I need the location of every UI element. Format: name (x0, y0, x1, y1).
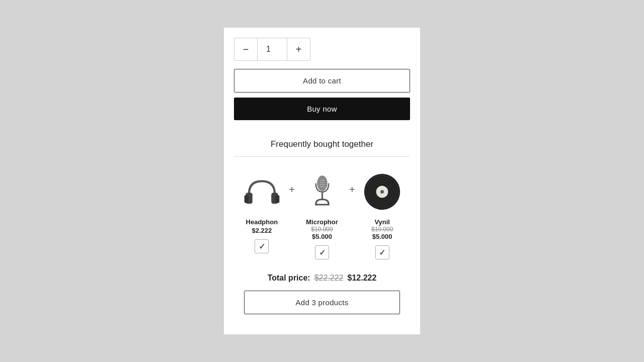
svg-rect-3 (275, 195, 280, 203)
fbt-divider (234, 156, 410, 157)
fbt-microphone-checkbox[interactable]: ✓ (315, 245, 329, 259)
fbt-products-row: Headphon $2.222 ✓ + (234, 169, 410, 259)
fbt-headphones-checkbox[interactable]: ✓ (255, 239, 269, 253)
fbt-vynil-sale-price: $5.000 (372, 233, 392, 240)
quantity-row: − + (234, 38, 410, 61)
fbt-microphone-sale-price: $5.000 (312, 233, 332, 240)
fbt-title: Frequently bought together (234, 139, 410, 149)
buy-now-button[interactable]: Buy now (234, 98, 410, 120)
quantity-decrement-button[interactable]: − (234, 38, 257, 61)
quantity-input[interactable] (257, 38, 287, 61)
fbt-product-headphones: Headphon $2.222 ✓ (236, 169, 287, 253)
fbt-microphone-name: Microphor (306, 218, 338, 226)
fbt-microphone-orig-price: $10.000 (311, 226, 333, 233)
add-products-button[interactable]: Add 3 products (244, 291, 400, 314)
svg-rect-6 (319, 182, 325, 183)
total-label: Total price: (268, 274, 310, 283)
svg-rect-9 (321, 192, 323, 199)
svg-rect-7 (319, 184, 325, 185)
add-to-cart-button[interactable]: Add to cart (234, 69, 410, 93)
svg-rect-2 (244, 195, 249, 203)
plus-separator-1: + (289, 169, 295, 196)
check-icon: ✓ (259, 242, 265, 251)
fbt-headphones-image (239, 169, 284, 214)
fbt-vynil-image (360, 169, 405, 214)
fbt-product-microphone: Microphor $10.000 $5.000 ✓ (297, 169, 347, 259)
svg-rect-5 (319, 179, 325, 180)
total-sale-price: $12.222 (348, 274, 377, 283)
fbt-vynil-name: Vynil (374, 218, 390, 226)
fbt-headphones-name: Headphon (246, 218, 278, 226)
fbt-product-vynil: Vynil $10.000 $5.000 ✓ (357, 169, 408, 259)
fbt-headphones-price: $2.222 (252, 227, 272, 234)
quantity-increment-button[interactable]: + (287, 38, 310, 61)
total-original-price: $22.222 (314, 274, 344, 283)
svg-point-17 (380, 190, 384, 194)
fbt-microphone-image (299, 169, 345, 214)
fbt-section: Frequently bought together Headphon $2.2 (224, 125, 420, 314)
top-section: − + Add to cart Buy now (224, 28, 420, 125)
total-price-row: Total price: $22.222 $12.222 (234, 274, 410, 283)
product-card: − + Add to cart Buy now Frequently bough… (224, 28, 420, 334)
check-icon: ✓ (379, 248, 385, 257)
check-icon: ✓ (319, 248, 326, 257)
svg-point-4 (317, 175, 327, 191)
svg-rect-8 (319, 186, 325, 187)
fbt-vynil-orig-price: $10.000 (371, 226, 393, 233)
fbt-vynil-checkbox[interactable]: ✓ (375, 245, 389, 259)
plus-separator-2: + (349, 169, 355, 196)
